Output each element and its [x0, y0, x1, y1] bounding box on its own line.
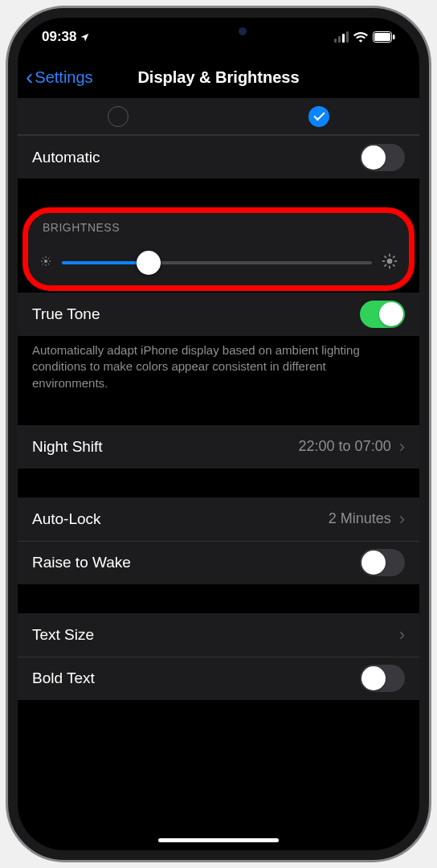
brightness-slider-row	[28, 240, 409, 285]
chevron-right-icon: ›	[399, 509, 405, 530]
svg-rect-1	[374, 33, 390, 41]
svg-line-9	[48, 264, 49, 264]
toggle-knob	[361, 666, 386, 690]
location-icon	[80, 32, 90, 43]
true-tone-group: True Tone Automatically adapt iPhone dis…	[18, 293, 419, 401]
chevron-right-icon: ›	[399, 624, 405, 645]
slider-fill	[62, 261, 149, 264]
svg-line-8	[43, 258, 43, 259]
true-tone-label: True Tone	[32, 305, 100, 323]
slider-thumb[interactable]	[137, 251, 161, 275]
appearance-dark-radio[interactable]	[308, 106, 329, 127]
back-label: Settings	[35, 68, 92, 87]
navigation-bar: ‹ Settings Display & Brightness	[18, 56, 419, 98]
back-button[interactable]: ‹ Settings	[26, 66, 93, 88]
night-shift-label: Night Shift	[32, 438, 103, 456]
text-group: Text Size › Bold Text	[18, 613, 419, 700]
true-tone-toggle[interactable]	[360, 301, 405, 328]
raise-to-wake-toggle[interactable]	[360, 549, 405, 576]
svg-line-18	[393, 264, 394, 266]
text-size-row[interactable]: Text Size ›	[18, 613, 419, 657]
appearance-radio-row	[18, 98, 419, 135]
toggle-knob	[361, 145, 386, 170]
auto-lock-label: Auto-Lock	[32, 510, 101, 528]
raise-to-wake-label: Raise to Wake	[32, 554, 131, 571]
sun-min-icon	[39, 255, 52, 271]
lock-group: Auto-Lock 2 Minutes › Raise to Wake	[18, 497, 419, 584]
bold-text-toggle[interactable]	[360, 665, 405, 692]
svg-line-11	[48, 258, 49, 259]
svg-point-12	[387, 259, 393, 264]
true-tone-footer: Automatically adapt iPhone display based…	[18, 336, 419, 401]
status-time: 09:38	[42, 29, 76, 45]
auto-lock-value: 2 Minutes	[329, 510, 391, 527]
automatic-row[interactable]: Automatic	[18, 135, 419, 178]
automatic-toggle[interactable]	[360, 144, 405, 171]
svg-rect-2	[393, 35, 395, 39]
bold-text-label: Bold Text	[32, 669, 95, 687]
raise-to-wake-row[interactable]: Raise to Wake	[18, 541, 419, 584]
night-shift-row[interactable]: Night Shift 22:00 to 07:00 ›	[18, 425, 419, 469]
true-tone-row[interactable]: True Tone	[18, 293, 419, 336]
text-size-label: Text Size	[32, 626, 94, 644]
settings-list: Automatic BRIGHTNESS	[18, 98, 419, 850]
chevron-left-icon: ‹	[26, 66, 33, 88]
brightness-slider[interactable]	[62, 261, 372, 264]
night-shift-value: 22:00 to 07:00	[299, 438, 391, 455]
svg-line-20	[393, 256, 394, 258]
chevron-right-icon: ›	[399, 436, 405, 457]
screen: 09:38 ‹ Settings Display & Brightnes	[18, 18, 419, 850]
svg-point-3	[44, 260, 47, 263]
svg-line-10	[43, 264, 43, 264]
brightness-highlight: BRIGHTNESS	[22, 207, 415, 291]
notch	[126, 18, 311, 45]
wifi-icon	[353, 31, 368, 43]
svg-line-19	[385, 264, 386, 266]
iphone-frame: 09:38 ‹ Settings Display & Brightnes	[8, 8, 429, 860]
automatic-label: Automatic	[32, 149, 100, 166]
sun-max-icon	[382, 253, 398, 272]
toggle-knob	[361, 551, 386, 575]
check-icon	[313, 109, 325, 121]
toggle-knob	[379, 302, 403, 326]
home-indicator[interactable]	[158, 838, 279, 842]
svg-line-17	[385, 256, 386, 258]
cellular-signal-icon	[334, 31, 349, 43]
page-title: Display & Brightness	[137, 68, 299, 87]
battery-icon	[373, 31, 395, 43]
auto-lock-row[interactable]: Auto-Lock 2 Minutes ›	[18, 497, 419, 541]
front-camera	[239, 27, 247, 35]
bold-text-row[interactable]: Bold Text	[18, 657, 419, 700]
brightness-header: BRIGHTNESS	[28, 213, 409, 240]
appearance-light-radio[interactable]	[108, 106, 129, 127]
appearance-group: Automatic	[18, 98, 419, 178]
night-shift-group: Night Shift 22:00 to 07:00 ›	[18, 425, 419, 469]
